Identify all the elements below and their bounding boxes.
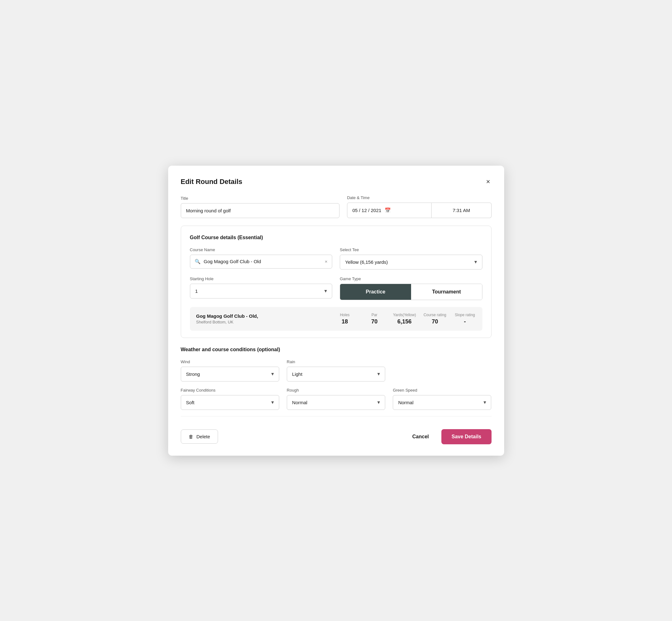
green-speed-label: Green Speed bbox=[393, 388, 491, 392]
fairway-label: Fairway Conditions bbox=[181, 388, 279, 392]
select-tee-dropdown[interactable]: Yellow (6,156 yards) White Red Blue bbox=[340, 255, 482, 270]
tournament-button[interactable]: Tournament bbox=[411, 284, 482, 300]
green-speed-wrapper: SlowNormalFastVery Fast ▼ bbox=[393, 395, 491, 410]
date-field[interactable]: 05 / 12 / 2021 📅 bbox=[347, 203, 432, 218]
yards-label: Yards(Yellow) bbox=[393, 313, 416, 317]
starting-hole-group: Starting Hole 1234 5678 910 ▼ bbox=[190, 277, 333, 300]
par-value: 70 bbox=[364, 318, 385, 325]
date-value: 05 / 12 / 2021 bbox=[352, 208, 381, 213]
time-field[interactable]: 7:31 AM bbox=[432, 203, 491, 218]
weather-section: Weather and course conditions (optional)… bbox=[181, 347, 492, 410]
footer-divider bbox=[181, 416, 492, 417]
holes-label: Holes bbox=[334, 313, 356, 317]
rain-dropdown[interactable]: NoneLightModerateHeavy bbox=[287, 367, 385, 381]
rough-dropdown[interactable]: ShortNormalLongVery Long bbox=[287, 395, 385, 410]
yards-stat: Yards(Yellow) 6,156 bbox=[393, 313, 416, 325]
datetime-group: Date & Time 05 / 12 / 2021 📅 7:31 AM bbox=[347, 195, 492, 218]
modal-title: Edit Round Details bbox=[181, 178, 243, 186]
course-name-group: Course Name 🔍 × bbox=[190, 247, 333, 270]
title-label: Title bbox=[181, 196, 339, 201]
clear-course-icon[interactable]: × bbox=[325, 259, 328, 264]
course-rating-stat: Course rating 70 bbox=[423, 313, 446, 325]
trash-icon: 🗑 bbox=[189, 434, 194, 439]
rough-label: Rough bbox=[287, 388, 385, 392]
green-speed-dropdown[interactable]: SlowNormalFastVery Fast bbox=[393, 395, 491, 410]
course-name-input[interactable] bbox=[204, 259, 325, 264]
rain-group: Rain NoneLightModerateHeavy ▼ bbox=[287, 360, 385, 381]
golf-course-section: Golf Course details (Essential) Course N… bbox=[181, 225, 492, 338]
cancel-button[interactable]: Cancel bbox=[406, 430, 435, 444]
select-tee-wrapper: Yellow (6,156 yards) White Red Blue ▼ bbox=[340, 255, 482, 270]
title-input[interactable] bbox=[181, 203, 339, 218]
delete-button[interactable]: 🗑 Delete bbox=[181, 429, 218, 444]
par-stat: Par 70 bbox=[364, 313, 385, 325]
edit-round-modal: Edit Round Details × Title Date & Time 0… bbox=[168, 166, 504, 456]
starting-hole-dropdown[interactable]: 1234 5678 910 bbox=[190, 284, 333, 298]
starting-hole-label: Starting Hole bbox=[190, 277, 333, 281]
footer-right: Cancel Save Details bbox=[406, 429, 492, 444]
rain-wrapper: NoneLightModerateHeavy ▼ bbox=[287, 367, 385, 381]
fairway-rough-green-row: Fairway Conditions HardFirmNormalSoftWet… bbox=[181, 388, 492, 410]
hole-gametype-row: Starting Hole 1234 5678 910 ▼ Game Type … bbox=[190, 277, 482, 300]
fairway-group: Fairway Conditions HardFirmNormalSoftWet… bbox=[181, 388, 279, 410]
fairway-wrapper: HardFirmNormalSoftWet ▼ bbox=[181, 395, 279, 410]
fairway-dropdown[interactable]: HardFirmNormalSoftWet bbox=[181, 395, 279, 410]
slope-rating-stat: Slope rating - bbox=[454, 313, 476, 325]
wind-label: Wind bbox=[181, 360, 279, 364]
title-group: Title bbox=[181, 196, 339, 218]
wind-rain-row: Wind CalmLightModerate StrongVery Strong… bbox=[181, 360, 492, 381]
wind-dropdown[interactable]: CalmLightModerate StrongVery Strong bbox=[181, 367, 279, 381]
wind-group: Wind CalmLightModerate StrongVery Strong… bbox=[181, 360, 279, 381]
close-button[interactable]: × bbox=[485, 177, 492, 187]
select-tee-label: Select Tee bbox=[340, 247, 482, 252]
course-info-main: Gog Magog Golf Club - Old, Shelford Bott… bbox=[196, 313, 326, 324]
select-tee-group: Select Tee Yellow (6,156 yards) White Re… bbox=[340, 247, 482, 270]
modal-header: Edit Round Details × bbox=[181, 177, 492, 187]
course-rating-value: 70 bbox=[423, 318, 446, 325]
delete-label: Delete bbox=[197, 434, 210, 439]
rough-wrapper: ShortNormalLongVery Long ▼ bbox=[287, 395, 385, 410]
game-type-toggle: Practice Tournament bbox=[340, 284, 482, 300]
course-info-location: Shelford Bottom, UK bbox=[196, 320, 326, 324]
course-rating-label: Course rating bbox=[423, 313, 446, 317]
wind-wrapper: CalmLightModerate StrongVery Strong ▼ bbox=[181, 367, 279, 381]
practice-button[interactable]: Practice bbox=[340, 284, 411, 300]
slope-rating-label: Slope rating bbox=[454, 313, 476, 317]
course-name-label: Course Name bbox=[190, 247, 333, 252]
course-info-bar: Gog Magog Golf Club - Old, Shelford Bott… bbox=[190, 307, 482, 331]
par-label: Par bbox=[364, 313, 385, 317]
datetime-label: Date & Time bbox=[347, 195, 492, 200]
course-info-name: Gog Magog Golf Club - Old, bbox=[196, 313, 326, 319]
game-type-group: Game Type Practice Tournament bbox=[340, 277, 482, 300]
search-icon: 🔍 bbox=[195, 259, 201, 264]
golf-section-title: Golf Course details (Essential) bbox=[190, 235, 482, 241]
time-value: 7:31 AM bbox=[453, 208, 470, 213]
calendar-icon: 📅 bbox=[385, 207, 391, 213]
slope-rating-value: - bbox=[454, 318, 476, 325]
holes-stat: Holes 18 bbox=[334, 313, 356, 325]
course-tee-row: Course Name 🔍 × Select Tee Yellow (6,156… bbox=[190, 247, 482, 270]
save-button[interactable]: Save Details bbox=[442, 429, 491, 444]
game-type-label: Game Type bbox=[340, 277, 482, 281]
rain-label: Rain bbox=[287, 360, 385, 364]
green-speed-group: Green Speed SlowNormalFastVery Fast ▼ bbox=[393, 388, 491, 410]
holes-value: 18 bbox=[334, 318, 356, 325]
rough-group: Rough ShortNormalLongVery Long ▼ bbox=[287, 388, 385, 410]
yards-value: 6,156 bbox=[393, 318, 416, 325]
weather-title: Weather and course conditions (optional) bbox=[181, 347, 492, 353]
footer-row: 🗑 Delete Cancel Save Details bbox=[181, 424, 492, 444]
starting-hole-wrapper: 1234 5678 910 ▼ bbox=[190, 284, 333, 298]
title-datetime-row: Title Date & Time 05 / 12 / 2021 📅 7:31 … bbox=[181, 195, 492, 218]
course-name-wrapper: 🔍 × bbox=[190, 255, 333, 268]
